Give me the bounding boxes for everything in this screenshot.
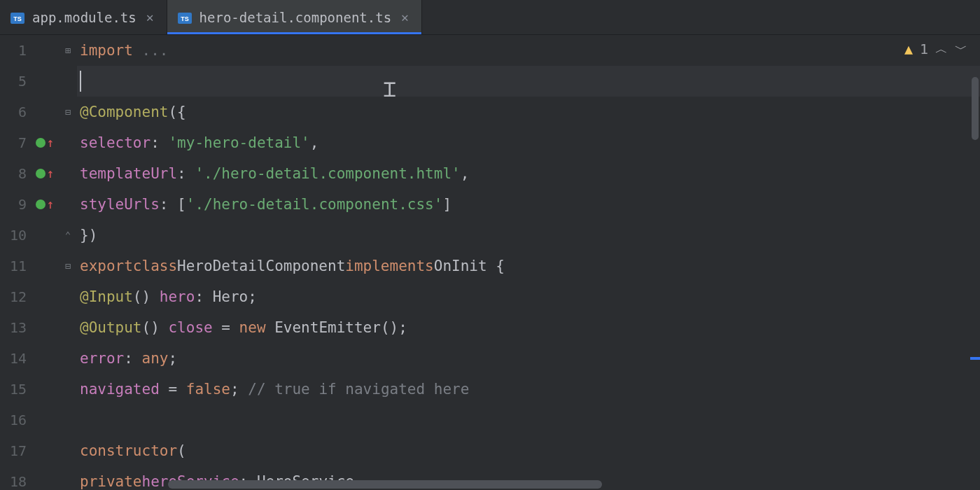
tab-hero-detail[interactable]: TS hero-detail.component.ts ✕: [167, 0, 422, 34]
fold-collapse-icon[interactable]: ⊟: [65, 260, 71, 272]
line-number: 18: [0, 473, 31, 490]
line-number: 6: [0, 104, 31, 120]
current-line[interactable]: [77, 66, 980, 97]
line-number: 11: [0, 258, 31, 274]
vcs-marker[interactable]: ↑: [31, 198, 59, 211]
warning-count: 1: [920, 41, 928, 57]
ts-file-icon: TS: [177, 10, 192, 25]
svg-text:TS: TS: [181, 15, 189, 22]
gutter: 1⊞ 5 6⊟ 7↑ 8↑ 9↑ 10⌃ 11⊟ 12 13 14 15 16 …: [0, 35, 77, 490]
svg-text:TS: TS: [13, 15, 22, 22]
line-number: 1: [0, 42, 31, 59]
line-number: 10: [0, 227, 31, 244]
tab-label: app.module.ts: [32, 10, 136, 25]
scrollbar-thumb[interactable]: [972, 77, 979, 140]
fold-expand-icon[interactable]: ⊞: [65, 45, 71, 56]
tab-bar: TS app.module.ts ✕ TS hero-detail.compon…: [0, 0, 980, 35]
tab-label: hero-detail.component.ts: [200, 10, 392, 25]
chevron-up-icon[interactable]: ︿: [935, 41, 948, 57]
line-number: 12: [0, 288, 31, 305]
vcs-marker[interactable]: ↑: [31, 136, 59, 149]
line-number: 15: [0, 381, 31, 398]
close-icon[interactable]: ✕: [401, 10, 409, 24]
caret: [80, 71, 81, 92]
chevron-down-icon[interactable]: ﹀: [955, 41, 967, 57]
vcs-marker[interactable]: ↑: [31, 167, 59, 180]
editor-area: 1⊞ 5 6⊟ 7↑ 8↑ 9↑ 10⌃ 11⊟ 12 13 14 15 16 …: [0, 35, 980, 490]
inspections-widget[interactable]: ▲ 1 ︿ ﹀: [904, 41, 967, 57]
line-number: 16: [0, 412, 31, 428]
line-number: 17: [0, 442, 31, 459]
horizontal-scrollbar[interactable]: [168, 480, 602, 489]
ts-file-icon: TS: [10, 10, 25, 25]
line-number: 14: [0, 350, 31, 367]
close-icon[interactable]: ✕: [146, 10, 154, 24]
line-number: 5: [0, 73, 31, 90]
fold-collapse-icon[interactable]: ⊟: [65, 106, 71, 118]
scroll-marker[interactable]: [970, 357, 980, 360]
line-number: 9: [0, 196, 31, 213]
line-number: 13: [0, 319, 31, 336]
tab-app-module[interactable]: TS app.module.ts ✕: [0, 0, 167, 34]
line-number: 7: [0, 134, 31, 151]
code-area[interactable]: import ... @Component({ selector: 'my-he…: [77, 35, 980, 490]
warning-icon: ▲: [904, 41, 913, 57]
line-number: 8: [0, 165, 31, 182]
vertical-scrollbar[interactable]: [970, 35, 980, 490]
fold-end-icon[interactable]: ⌃: [65, 230, 71, 241]
